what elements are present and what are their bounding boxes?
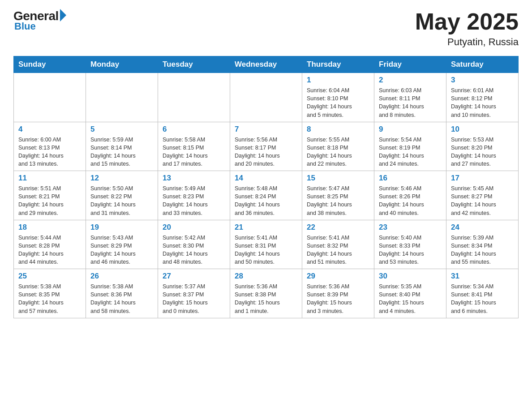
day-info: Sunrise: 5:47 AM Sunset: 8:25 PM Dayligh… [307, 184, 369, 217]
calendar-cell: 19Sunrise: 5:43 AM Sunset: 8:29 PM Dayli… [86, 220, 158, 269]
day-number: 27 [163, 272, 225, 281]
page-header: General Blue May 2025 Putyatin, Russia [13, 9, 519, 48]
calendar-cell: 22Sunrise: 5:41 AM Sunset: 8:32 PM Dayli… [302, 220, 374, 269]
day-info: Sunrise: 5:42 AM Sunset: 8:30 PM Dayligh… [163, 234, 225, 266]
logo-blue-text: Blue [14, 21, 36, 32]
day-number: 8 [307, 125, 369, 134]
calendar-cell: 27Sunrise: 5:37 AM Sunset: 8:37 PM Dayli… [158, 269, 230, 318]
calendar-cell: 5Sunrise: 5:59 AM Sunset: 8:14 PM Daylig… [86, 122, 158, 171]
day-info: Sunrise: 5:38 AM Sunset: 8:35 PM Dayligh… [18, 283, 81, 315]
calendar-cell: 4Sunrise: 6:00 AM Sunset: 8:13 PM Daylig… [14, 122, 86, 171]
calendar-cell: 24Sunrise: 5:39 AM Sunset: 8:34 PM Dayli… [446, 220, 519, 269]
day-info: Sunrise: 5:49 AM Sunset: 8:23 PM Dayligh… [163, 184, 225, 217]
calendar-cell [86, 73, 158, 122]
day-info: Sunrise: 5:41 AM Sunset: 8:32 PM Dayligh… [307, 234, 369, 266]
calendar-header-saturday: Saturday [446, 56, 519, 73]
day-number: 4 [18, 125, 81, 134]
month-year-title: May 2025 [415, 9, 519, 34]
calendar-cell: 6Sunrise: 5:58 AM Sunset: 8:15 PM Daylig… [158, 122, 230, 171]
day-info: Sunrise: 5:51 AM Sunset: 8:21 PM Dayligh… [18, 184, 81, 217]
day-number: 12 [90, 174, 153, 183]
day-number: 3 [451, 76, 514, 85]
day-info: Sunrise: 5:59 AM Sunset: 8:14 PM Dayligh… [90, 136, 153, 168]
day-number: 10 [451, 125, 514, 134]
day-info: Sunrise: 5:36 AM Sunset: 8:39 PM Dayligh… [307, 283, 369, 315]
logo: General Blue [13, 9, 66, 32]
day-number: 19 [90, 223, 153, 232]
day-number: 15 [307, 174, 369, 183]
calendar-cell: 23Sunrise: 5:40 AM Sunset: 8:33 PM Dayli… [374, 220, 446, 269]
calendar-header-friday: Friday [374, 56, 446, 73]
day-info: Sunrise: 5:45 AM Sunset: 8:27 PM Dayligh… [451, 184, 514, 217]
calendar-cell: 14Sunrise: 5:48 AM Sunset: 8:24 PM Dayli… [230, 171, 302, 220]
day-number: 11 [18, 174, 81, 183]
calendar-cell: 2Sunrise: 6:03 AM Sunset: 8:11 PM Daylig… [374, 73, 446, 122]
day-number: 5 [90, 125, 153, 134]
day-info: Sunrise: 5:44 AM Sunset: 8:28 PM Dayligh… [18, 234, 81, 266]
calendar-cell: 11Sunrise: 5:51 AM Sunset: 8:21 PM Dayli… [14, 171, 86, 220]
calendar-week-row: 4Sunrise: 6:00 AM Sunset: 8:13 PM Daylig… [14, 122, 519, 171]
day-number: 18 [18, 223, 81, 232]
calendar-header-thursday: Thursday [302, 56, 374, 73]
day-info: Sunrise: 5:46 AM Sunset: 8:26 PM Dayligh… [379, 184, 442, 217]
calendar-cell: 10Sunrise: 5:53 AM Sunset: 8:20 PM Dayli… [446, 122, 519, 171]
day-number: 7 [235, 125, 297, 134]
day-number: 21 [235, 223, 297, 232]
calendar-cell: 31Sunrise: 5:34 AM Sunset: 8:41 PM Dayli… [446, 269, 519, 318]
calendar-cell: 16Sunrise: 5:46 AM Sunset: 8:26 PM Dayli… [374, 171, 446, 220]
calendar-cell: 9Sunrise: 5:54 AM Sunset: 8:19 PM Daylig… [374, 122, 446, 171]
day-number: 9 [379, 125, 442, 134]
calendar-table: SundayMondayTuesdayWednesdayThursdayFrid… [13, 56, 519, 318]
day-info: Sunrise: 5:36 AM Sunset: 8:38 PM Dayligh… [235, 283, 297, 315]
day-number: 24 [451, 223, 514, 232]
location-title: Putyatin, Russia [415, 36, 519, 48]
calendar-cell [14, 73, 86, 122]
day-info: Sunrise: 5:56 AM Sunset: 8:17 PM Dayligh… [235, 136, 297, 168]
title-block: May 2025 Putyatin, Russia [415, 9, 519, 48]
calendar-cell [158, 73, 230, 122]
calendar-week-row: 1Sunrise: 6:04 AM Sunset: 8:10 PM Daylig… [14, 73, 519, 122]
calendar-cell: 30Sunrise: 5:35 AM Sunset: 8:40 PM Dayli… [374, 269, 446, 318]
day-info: Sunrise: 5:48 AM Sunset: 8:24 PM Dayligh… [235, 184, 297, 217]
calendar-header-row: SundayMondayTuesdayWednesdayThursdayFrid… [14, 56, 519, 73]
day-number: 25 [18, 272, 81, 281]
day-info: Sunrise: 6:01 AM Sunset: 8:12 PM Dayligh… [451, 86, 514, 119]
day-number: 13 [163, 174, 225, 183]
day-number: 20 [163, 223, 225, 232]
day-info: Sunrise: 5:43 AM Sunset: 8:29 PM Dayligh… [90, 234, 153, 266]
day-info: Sunrise: 5:50 AM Sunset: 8:22 PM Dayligh… [90, 184, 153, 217]
calendar-cell: 3Sunrise: 6:01 AM Sunset: 8:12 PM Daylig… [446, 73, 519, 122]
day-number: 1 [307, 76, 369, 85]
day-number: 23 [379, 223, 442, 232]
day-info: Sunrise: 5:54 AM Sunset: 8:19 PM Dayligh… [379, 136, 442, 168]
day-info: Sunrise: 5:37 AM Sunset: 8:37 PM Dayligh… [163, 283, 225, 315]
calendar-header-monday: Monday [86, 56, 158, 73]
day-number: 30 [379, 272, 442, 281]
day-info: Sunrise: 5:40 AM Sunset: 8:33 PM Dayligh… [379, 234, 442, 266]
calendar-cell: 28Sunrise: 5:36 AM Sunset: 8:38 PM Dayli… [230, 269, 302, 318]
calendar-cell [230, 73, 302, 122]
day-info: Sunrise: 6:03 AM Sunset: 8:11 PM Dayligh… [379, 86, 442, 119]
day-info: Sunrise: 6:00 AM Sunset: 8:13 PM Dayligh… [18, 136, 81, 168]
calendar-cell: 25Sunrise: 5:38 AM Sunset: 8:35 PM Dayli… [14, 269, 86, 318]
day-number: 2 [379, 76, 442, 85]
day-info: Sunrise: 5:38 AM Sunset: 8:36 PM Dayligh… [90, 283, 153, 315]
day-number: 28 [235, 272, 297, 281]
day-info: Sunrise: 6:04 AM Sunset: 8:10 PM Dayligh… [307, 86, 369, 119]
day-number: 16 [379, 174, 442, 183]
day-info: Sunrise: 5:58 AM Sunset: 8:15 PM Dayligh… [163, 136, 225, 168]
calendar-week-row: 11Sunrise: 5:51 AM Sunset: 8:21 PM Dayli… [14, 171, 519, 220]
calendar-header-sunday: Sunday [14, 56, 86, 73]
calendar-cell: 8Sunrise: 5:55 AM Sunset: 8:18 PM Daylig… [302, 122, 374, 171]
calendar-cell: 15Sunrise: 5:47 AM Sunset: 8:25 PM Dayli… [302, 171, 374, 220]
day-info: Sunrise: 5:35 AM Sunset: 8:40 PM Dayligh… [379, 283, 442, 315]
day-number: 26 [90, 272, 153, 281]
calendar-header-tuesday: Tuesday [158, 56, 230, 73]
day-number: 22 [307, 223, 369, 232]
day-number: 14 [235, 174, 297, 183]
day-number: 29 [307, 272, 369, 281]
day-number: 31 [451, 272, 514, 281]
calendar-cell: 20Sunrise: 5:42 AM Sunset: 8:30 PM Dayli… [158, 220, 230, 269]
calendar-cell: 1Sunrise: 6:04 AM Sunset: 8:10 PM Daylig… [302, 73, 374, 122]
calendar-cell: 21Sunrise: 5:41 AM Sunset: 8:31 PM Dayli… [230, 220, 302, 269]
